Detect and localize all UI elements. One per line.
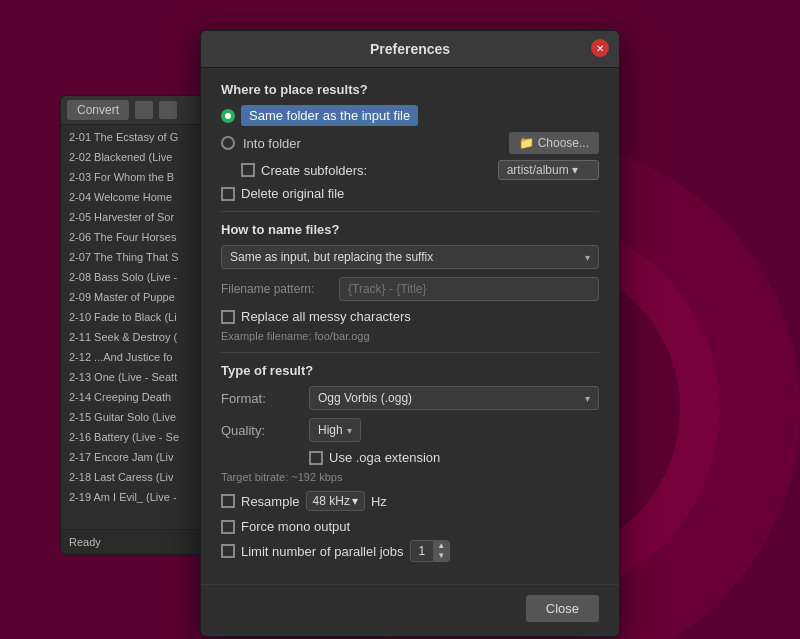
same-folder-label: Same folder as the input file <box>241 105 418 126</box>
into-folder-row: Into folder 📁 Choose... <box>221 132 599 154</box>
same-folder-row: Same folder as the input file <box>221 105 599 126</box>
format-dropdown[interactable]: Ogg Vorbis (.ogg) ▾ <box>309 386 599 410</box>
divider-2 <box>221 352 599 353</box>
divider-1 <box>221 211 599 212</box>
parallel-checkbox[interactable] <box>221 544 235 558</box>
choose-label: Choose... <box>538 136 589 150</box>
status-text: Ready <box>69 536 101 548</box>
spinbox-buttons: ▲ ▼ <box>433 541 449 561</box>
oga-checkbox[interactable] <box>309 451 323 465</box>
naming-arrow: ▾ <box>585 252 590 263</box>
dialog-footer: Close <box>201 584 619 636</box>
close-button[interactable]: Close <box>526 595 599 622</box>
convert-button[interactable]: Convert <box>67 100 129 120</box>
toolbar-icon-1 <box>135 101 153 119</box>
quality-dropdown[interactable]: High ▾ <box>309 418 361 442</box>
force-mono-row: Force mono output <box>221 519 599 534</box>
naming-select-row: Same as input, but replacing the suffix … <box>221 245 599 269</box>
oga-label: Use .oga extension <box>329 450 440 465</box>
replace-messy-label: Replace all messy characters <box>241 309 411 324</box>
same-folder-radio[interactable] <box>221 109 235 123</box>
replace-messy-row: Replace all messy characters <box>221 309 599 324</box>
delete-original-row: Delete original file <box>221 186 599 201</box>
spinbox-increment[interactable]: ▲ <box>433 541 449 551</box>
dialog-body: Where to place results? Same folder as t… <box>201 68 619 584</box>
format-value: Ogg Vorbis (.ogg) <box>318 391 412 405</box>
parallel-value: 1 <box>411 542 434 560</box>
oga-row: Use .oga extension <box>309 450 599 465</box>
into-folder-label: Into folder <box>243 136 301 151</box>
dialog-titlebar: Preferences ✕ <box>201 31 619 68</box>
naming-dropdown[interactable]: Same as input, but replacing the suffix … <box>221 245 599 269</box>
resample-checkbox[interactable] <box>221 494 235 508</box>
filename-pattern-label: Filename pattern: <box>221 282 331 296</box>
hz-dropdown[interactable]: 48 kHz ▾ <box>306 491 365 511</box>
format-arrow: ▾ <box>585 393 590 404</box>
into-folder-radio[interactable] <box>221 136 235 150</box>
parallel-row: Limit number of parallel jobs 1 ▲ ▼ <box>221 540 599 562</box>
hz-arrow: ▾ <box>352 494 358 508</box>
delete-original-label: Delete original file <box>241 186 344 201</box>
resample-row: Resample 48 kHz ▾ Hz <box>221 491 599 511</box>
format-row: Format: Ogg Vorbis (.ogg) ▾ <box>221 386 599 410</box>
parallel-spinbox: 1 ▲ ▼ <box>410 540 451 562</box>
create-subfolders-label: Create subfolders: <box>261 163 367 178</box>
dialog-title: Preferences <box>370 41 450 57</box>
example-filename: Example filename: foo/bar.ogg <box>221 330 599 342</box>
section-type-header: Type of result? <box>221 363 599 378</box>
folder-icon: 📁 <box>519 136 534 150</box>
hz-value: 48 kHz <box>313 494 350 508</box>
subfolder-dropdown[interactable]: artist/album ▾ <box>498 160 599 180</box>
subfolder-value: artist/album <box>507 163 569 177</box>
quality-row: Quality: High ▾ <box>221 418 599 442</box>
hz-unit: Hz <box>371 494 387 509</box>
parallel-label: Limit number of parallel jobs <box>241 544 404 559</box>
force-mono-checkbox[interactable] <box>221 520 235 534</box>
resample-label: Resample <box>241 494 300 509</box>
create-subfolders-checkbox[interactable] <box>241 163 255 177</box>
section-where-header: Where to place results? <box>221 82 599 97</box>
dialog-close-button[interactable]: ✕ <box>591 39 609 57</box>
naming-value: Same as input, but replacing the suffix <box>230 250 433 264</box>
replace-messy-checkbox[interactable] <box>221 310 235 324</box>
spinbox-decrement[interactable]: ▼ <box>433 551 449 561</box>
filename-pattern-input[interactable] <box>339 277 599 301</box>
delete-original-checkbox[interactable] <box>221 187 235 201</box>
quality-value: High <box>318 423 343 437</box>
choose-button[interactable]: 📁 Choose... <box>509 132 599 154</box>
quality-label: Quality: <box>221 423 301 438</box>
target-bitrate: Target bitrate: ~192 kbps <box>221 471 599 483</box>
format-label: Format: <box>221 391 301 406</box>
create-subfolders-row: Create subfolders: artist/album ▾ <box>241 160 599 180</box>
force-mono-label: Force mono output <box>241 519 350 534</box>
toolbar-icon-2 <box>159 101 177 119</box>
preferences-dialog: Preferences ✕ Where to place results? Sa… <box>200 30 620 637</box>
section-naming-header: How to name files? <box>221 222 599 237</box>
quality-arrow: ▾ <box>347 425 352 436</box>
filename-row: Filename pattern: <box>221 277 599 301</box>
